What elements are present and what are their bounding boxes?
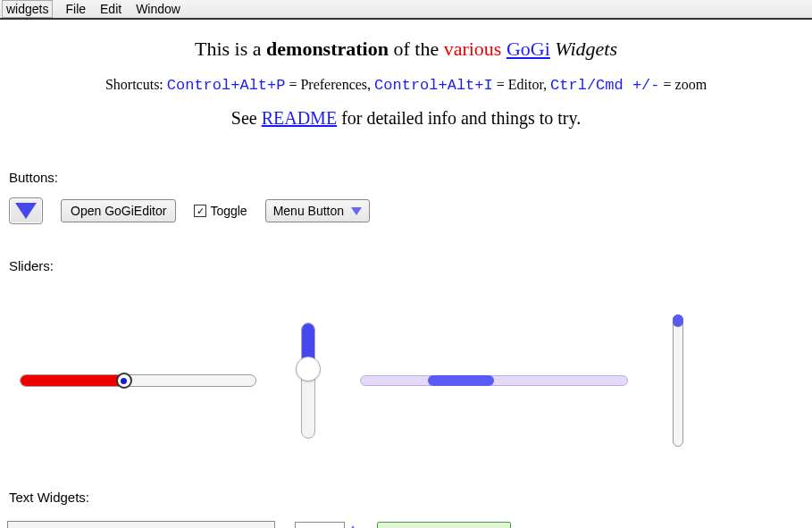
page-title: This is a demonstration of the various G… xyxy=(0,38,812,61)
text-widgets-row: ✕ Action xyxy=(7,521,808,528)
spinner-input[interactable] xyxy=(295,522,345,528)
triangle-down-icon xyxy=(15,203,37,219)
readme-post: for detailed info and things to try. xyxy=(337,108,581,128)
title-pre: This is a xyxy=(195,38,266,60)
spinner xyxy=(295,522,357,528)
shortcut-desc-prefs: = Preferences, xyxy=(285,77,374,92)
slider-vertical-blue[interactable] xyxy=(301,323,315,439)
title-bold: demonstration xyxy=(266,38,389,60)
title-link-gogi[interactable]: GoGi xyxy=(506,38,550,60)
slider-thumb[interactable] xyxy=(116,373,132,389)
menu-window[interactable]: Window xyxy=(129,0,188,18)
readme-link[interactable]: README xyxy=(262,108,337,128)
menu-button-label: Menu Button xyxy=(273,204,344,218)
readme-pre: See xyxy=(231,108,262,128)
title-mid: of the xyxy=(389,38,444,60)
chevron-down-icon xyxy=(351,207,362,215)
shortcut-desc-editor: = Editor, xyxy=(493,77,550,92)
shortcut-key-zoom: Ctrl/Cmd +/- xyxy=(550,77,659,94)
scrollbar-thumb[interactable] xyxy=(428,375,495,386)
slider-fill xyxy=(21,375,129,386)
text-input[interactable] xyxy=(7,521,275,528)
shortcuts-prefix: Shortcuts: xyxy=(105,77,167,92)
buttons-row: Open GoGiEditor ✓ Toggle Menu Button xyxy=(9,197,808,224)
slider-thumb[interactable] xyxy=(296,356,321,381)
title-italic: Widgets xyxy=(550,38,617,60)
scrollbar-thumb[interactable] xyxy=(673,314,683,327)
checkbox-icon: ✓ xyxy=(194,205,206,217)
scrollbar-horizontal[interactable] xyxy=(360,375,628,386)
toggle-checkbox[interactable]: ✓ Toggle xyxy=(194,204,247,218)
shortcut-key-editor: Control+Alt+I xyxy=(374,77,493,94)
menu-file[interactable]: File xyxy=(58,0,93,18)
shortcuts-line: Shortcuts: Control+Alt+P = Preferences, … xyxy=(0,77,812,94)
menu-button[interactable]: Menu Button xyxy=(265,199,370,222)
menubar: widgets File Edit Window xyxy=(0,0,812,20)
text-input-wrap: ✕ xyxy=(7,521,275,528)
scrollbar-vertical[interactable] xyxy=(673,314,683,447)
sliders-row xyxy=(20,309,808,452)
sliders-label: Sliders: xyxy=(9,258,808,273)
triangle-button[interactable] xyxy=(9,197,43,224)
shortcut-desc-zoom: = zoom xyxy=(660,77,707,92)
title-red: various xyxy=(444,38,502,60)
combo-box[interactable]: Action xyxy=(377,522,511,528)
text-widgets-label: Text Widgets: xyxy=(9,490,808,505)
toggle-label: Toggle xyxy=(210,204,247,218)
shortcut-key-prefs: Control+Alt+P xyxy=(167,77,286,94)
readme-line: See README for detailed info and things … xyxy=(0,108,812,129)
intro-block: This is a demonstration of the various G… xyxy=(0,38,812,129)
menu-edit[interactable]: Edit xyxy=(93,0,129,18)
buttons-label: Buttons: xyxy=(9,170,808,185)
menu-app-name[interactable]: widgets xyxy=(2,0,53,18)
open-gogieditor-button[interactable]: Open GoGiEditor xyxy=(61,199,176,222)
slider-horizontal-red[interactable] xyxy=(20,374,256,387)
